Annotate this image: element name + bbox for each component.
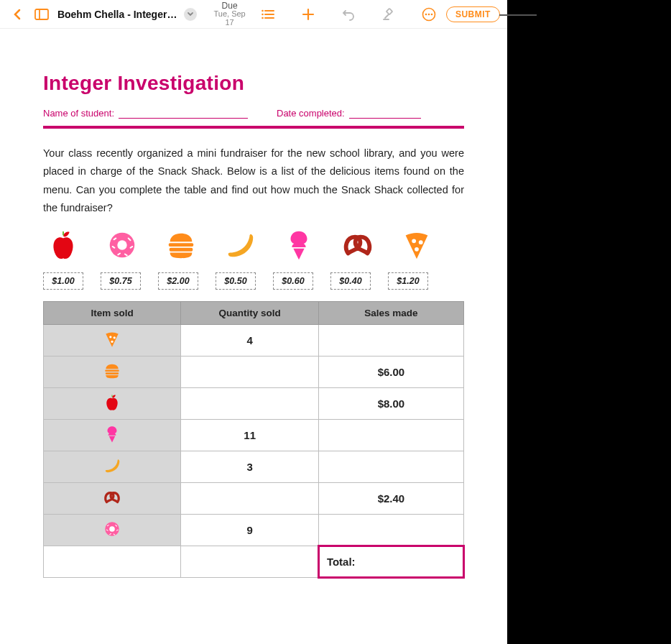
apple-icon xyxy=(103,393,121,412)
name-blank[interactable] xyxy=(119,109,248,119)
icecream-icon xyxy=(103,425,121,443)
name-label: Name of student: xyxy=(43,108,114,119)
item-cell xyxy=(44,482,181,514)
sidebar-icon[interactable] xyxy=(32,4,52,24)
svg-point-30 xyxy=(431,13,433,15)
food-icons-row xyxy=(43,228,464,262)
callout-line xyxy=(499,14,537,16)
list-icon[interactable] xyxy=(258,4,278,24)
svg-point-29 xyxy=(428,13,430,15)
qty-cell[interactable]: 11 xyxy=(181,419,318,451)
total-row: Total: xyxy=(44,546,464,577)
table-row: 3 xyxy=(44,451,464,482)
table-row: 11 xyxy=(44,419,464,451)
sales-cell[interactable]: $8.00 xyxy=(318,387,463,419)
svg-point-19 xyxy=(262,9,264,12)
svg-point-28 xyxy=(425,13,427,15)
date-blank[interactable] xyxy=(349,109,421,119)
pizza-icon xyxy=(399,228,434,262)
th-sales: Sales made xyxy=(318,301,463,324)
th-item: Item sold xyxy=(44,301,181,324)
gavel-icon[interactable] xyxy=(379,4,399,24)
due-block: Due Tue, Sep 17 xyxy=(208,1,251,27)
qty-cell[interactable]: 4 xyxy=(181,324,318,356)
sales-cell[interactable] xyxy=(318,419,463,451)
svg-point-21 xyxy=(262,17,264,19)
prices-row: $1.00$0.75$2.00$0.50$0.60$0.40$1.20 xyxy=(43,272,464,290)
total-cell[interactable]: Total: xyxy=(318,546,463,577)
worksheet-title: Integer Investigation xyxy=(43,72,464,95)
total-blank2 xyxy=(181,546,318,577)
intro-text: Your class recently organized a mini fun… xyxy=(43,144,464,218)
burger-icon xyxy=(103,362,121,380)
item-cell xyxy=(44,451,181,482)
burger-icon xyxy=(164,228,198,262)
item-cell xyxy=(44,419,181,451)
item-cell xyxy=(44,514,181,546)
svg-rect-24 xyxy=(387,8,392,14)
sales-cell[interactable]: $2.40 xyxy=(318,482,463,514)
price-box: $2.00 xyxy=(158,272,198,290)
total-blank1 xyxy=(44,546,181,577)
table-row: 4 xyxy=(44,324,464,356)
pretzel-icon xyxy=(341,228,375,262)
sales-cell[interactable] xyxy=(318,451,463,482)
table-row: 9 xyxy=(44,514,464,546)
banana-icon xyxy=(103,456,121,475)
due-date: Tue, Sep 17 xyxy=(208,10,251,27)
plus-icon[interactable] xyxy=(298,4,318,24)
sales-cell[interactable]: $6.00 xyxy=(318,356,463,387)
price-box: $0.60 xyxy=(273,272,313,290)
item-cell xyxy=(44,356,181,387)
svg-rect-14 xyxy=(35,9,48,19)
date-label: Date completed: xyxy=(277,108,345,119)
table-row: $2.40 xyxy=(44,482,464,514)
banana-icon xyxy=(223,228,257,262)
donut-icon xyxy=(103,520,121,538)
total-label: Total: xyxy=(327,556,356,568)
document-title[interactable]: Boehm Chella - Integers I... xyxy=(57,9,180,20)
sales-cell[interactable] xyxy=(318,514,463,546)
qty-cell[interactable]: 9 xyxy=(181,514,318,546)
qty-cell[interactable] xyxy=(181,356,318,387)
price-box: $0.50 xyxy=(216,272,256,290)
qty-cell[interactable]: 3 xyxy=(181,451,318,482)
pizza-icon xyxy=(103,330,121,349)
price-box: $1.20 xyxy=(388,272,428,290)
more-icon[interactable] xyxy=(419,4,439,24)
price-box: $1.00 xyxy=(43,272,83,290)
undo-icon[interactable] xyxy=(338,4,358,24)
form-line: Name of student: Date completed: xyxy=(43,108,464,119)
svg-line-25 xyxy=(385,14,389,18)
price-box: $0.75 xyxy=(101,272,141,290)
apple-icon xyxy=(46,228,80,262)
price-box: $0.40 xyxy=(330,272,371,290)
app-window: Boehm Chella - Integers I... Due Tue, Se… xyxy=(0,0,507,644)
sales-cell[interactable] xyxy=(318,324,463,356)
donut-icon xyxy=(105,228,139,262)
icecream-icon xyxy=(282,228,316,262)
th-qty: Quantity sold xyxy=(181,301,318,324)
qty-cell[interactable] xyxy=(181,482,318,514)
table-row: $6.00 xyxy=(44,356,464,387)
item-cell xyxy=(44,324,181,356)
table-row: $8.00 xyxy=(44,387,464,419)
submit-button[interactable]: SUBMIT xyxy=(446,6,500,22)
toolbar: Boehm Chella - Integers I... Due Tue, Se… xyxy=(0,0,507,29)
item-cell xyxy=(44,387,181,419)
page-content: Integer Investigation Name of student: D… xyxy=(0,29,507,644)
sales-table: Item sold Quantity sold Sales made 4$6.0… xyxy=(43,301,464,578)
qty-cell[interactable] xyxy=(181,387,318,419)
chevron-down-icon[interactable] xyxy=(184,8,197,21)
horizontal-rule xyxy=(43,126,464,129)
pretzel-icon xyxy=(103,488,121,507)
back-icon[interactable] xyxy=(7,4,27,24)
svg-point-20 xyxy=(262,13,264,15)
